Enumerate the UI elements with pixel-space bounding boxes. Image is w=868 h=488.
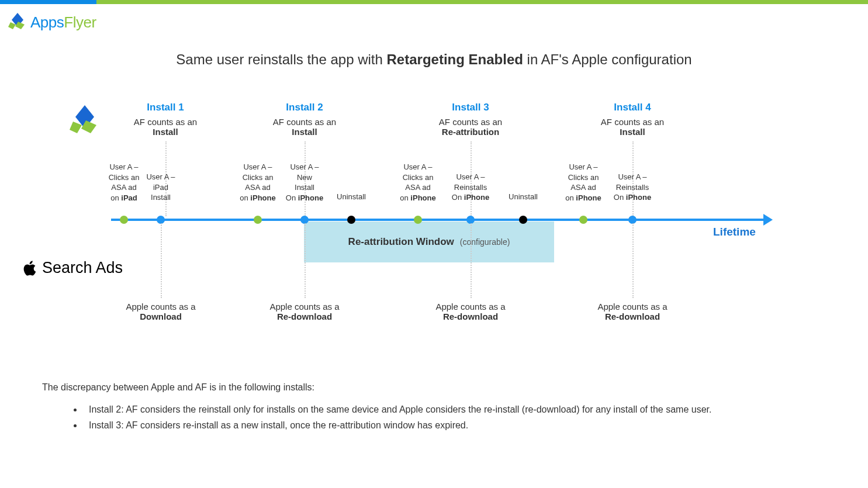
timeline-dot-5 xyxy=(347,216,355,224)
event-label-8: Uninstall xyxy=(497,192,549,202)
install-header-4: Install 4AF counts as anInstall xyxy=(580,102,685,137)
apple-count-10: Apple counts as aRe-download xyxy=(580,302,685,321)
timeline-dot-9 xyxy=(579,216,587,224)
reattr-title: Re-attribution Window xyxy=(348,236,454,248)
apple-count-7: Apple counts as aRe-download xyxy=(418,302,523,321)
timeline-dot-7 xyxy=(466,216,475,224)
install-title: Install 4 xyxy=(580,102,685,113)
timeline-dot-6 xyxy=(414,216,422,224)
apple-icon xyxy=(22,259,37,277)
footer-item-2: Install 3: AF considers re-install as a … xyxy=(83,418,850,433)
appsflyer-logo-text: AppsFlyer xyxy=(30,13,96,32)
install-title: Install 1 xyxy=(113,102,218,113)
event-label-5: Uninstall xyxy=(325,192,378,202)
footer-explanation: The discrepancy between Apple and AF is … xyxy=(42,380,850,434)
appsflyer-mark-icon xyxy=(67,104,102,136)
install-subtitle: AF counts as anInstall xyxy=(580,117,685,137)
install-subtitle: AF counts as anRe-attribution xyxy=(418,117,523,137)
event-label-7: User A –ReinstallsOn iPhone xyxy=(444,172,497,203)
event-guide-line xyxy=(632,223,634,298)
reattribution-window-box: Re-attribution Window (configurable) xyxy=(304,221,554,262)
install-title: Install 2 xyxy=(252,102,357,113)
event-label-6: User A –Clicks anASA adon iPhone xyxy=(392,162,444,203)
apple-search-ads-label: Search Ads xyxy=(22,259,123,277)
timeline-dot-3 xyxy=(254,216,262,224)
event-label-9: User A –Clicks anASA adon iPhone xyxy=(557,162,610,203)
install-header-2: Install 2AF counts as anInstall xyxy=(252,102,357,137)
event-label-2: User A –iPadInstall xyxy=(134,172,187,203)
timeline-dot-8 xyxy=(519,216,527,224)
timeline-dot-2 xyxy=(157,216,165,224)
timeline-axis xyxy=(111,219,766,221)
appsflyer-logo-icon xyxy=(7,12,28,33)
event-guide-line xyxy=(161,223,162,298)
timeline-dot-10 xyxy=(628,216,637,224)
apple-count-2: Apple counts as aDownload xyxy=(108,302,213,321)
footer-item-1: Install 2: AF considers the reinstall on… xyxy=(83,402,850,417)
install-header-3: Install 3AF counts as anRe-attribution xyxy=(418,102,523,137)
install-title: Install 3 xyxy=(418,102,523,113)
appsflyer-logo: AppsFlyer xyxy=(7,12,96,33)
timeline-dot-1 xyxy=(120,216,128,224)
lifetime-label: Lifetime xyxy=(713,226,756,238)
install-header-1: Install 1AF counts as anInstall xyxy=(113,102,218,137)
install-subtitle: AF counts as anInstall xyxy=(113,117,218,137)
reattr-note: (configurable) xyxy=(460,237,510,247)
install-subtitle: AF counts as anInstall xyxy=(252,117,357,137)
event-label-3: User A –Clicks anASA adon iPhone xyxy=(231,162,284,203)
event-guide-line xyxy=(305,223,306,298)
timeline-arrow-icon xyxy=(763,214,773,226)
event-label-10: User A –ReinstallsOn iPhone xyxy=(606,172,659,203)
timeline-dot-4 xyxy=(300,216,309,224)
event-guide-line xyxy=(471,223,472,298)
top-accent-bar xyxy=(0,0,868,4)
event-label-4: User A –NewInstallOn iPhone xyxy=(278,162,331,203)
apple-count-4: Apple counts as aRe-download xyxy=(252,302,357,321)
footer-intro: The discrepancy between Apple and AF is … xyxy=(42,380,850,395)
page-title: Same user reinstalls the app with Retarg… xyxy=(0,51,868,68)
timeline-diagram: Install 1AF counts as anInstallInstall 2… xyxy=(0,94,868,327)
